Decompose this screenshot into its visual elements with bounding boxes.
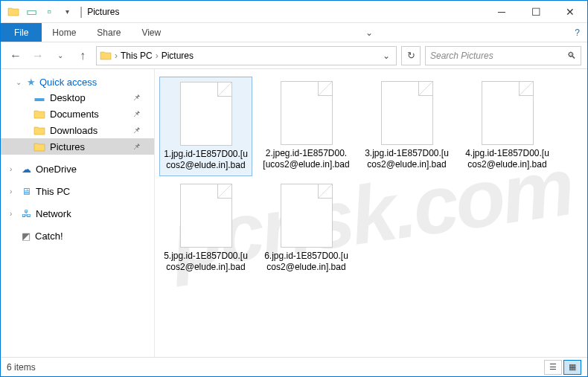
sidebar-quick-access[interactable]: ⌄ ★ Quick access <box>1 75 154 89</box>
minimize-button[interactable]: ─ <box>485 1 519 23</box>
expand-icon[interactable]: › <box>10 210 12 218</box>
file-name: 5.jpg.id-1E857D00.[ucos2@elude.in].bad <box>162 251 249 273</box>
item-count: 6 items <box>7 362 36 373</box>
qat-dropdown-icon[interactable]: ▾ <box>59 4 75 20</box>
back-button[interactable]: ← <box>7 47 25 65</box>
expand-icon[interactable]: › <box>10 165 12 173</box>
breadcrumb-current[interactable]: Pictures <box>162 51 194 61</box>
pin-icon: 📌︎ <box>132 93 141 102</box>
file-item[interactable]: 6.jpg.id-1E857D00.[ucos2@elude.in].bad <box>260 179 353 277</box>
pin-icon: 📌︎ <box>132 126 141 135</box>
window-title: Pictures <box>87 7 119 17</box>
share-tab[interactable]: Share <box>86 23 131 42</box>
sidebar-item-network[interactable]: › 🖧︎ Network <box>1 205 154 222</box>
folder-icon <box>5 4 22 20</box>
file-thumbnail-icon <box>180 82 232 146</box>
navigation-pane: ⌄ ★ Quick access ▬ Desktop 📌︎ Documents … <box>1 69 155 357</box>
file-item[interactable]: 4.jpg.id-1E857D00.[ucos2@elude.in].bad <box>461 77 554 176</box>
address-bar[interactable]: › This PC › Pictures ⌄ <box>96 46 397 65</box>
help-icon[interactable]: ? <box>567 23 587 42</box>
desktop-icon: ▬ <box>33 91 45 103</box>
file-thumbnail-icon <box>281 184 333 248</box>
folder-icon <box>33 124 45 136</box>
address-dropdown-icon[interactable]: ⌄ <box>380 51 393 61</box>
status-bar: 6 items ☰ ▦ <box>1 357 587 376</box>
file-tab[interactable]: File <box>1 23 42 42</box>
sidebar-item-label: Quick access <box>39 77 97 88</box>
search-placeholder: Search Pictures <box>430 51 567 61</box>
sidebar-item-label: Pictures <box>50 141 85 152</box>
file-list[interactable]: pcrisk.com 1.jpg.id-1E857D00.[ucos2@elud… <box>155 69 587 357</box>
sidebar-item-label: Documents <box>50 109 99 120</box>
sidebar-item-onedrive[interactable]: › ☁ OneDrive <box>1 161 154 177</box>
file-name: 6.jpg.id-1E857D00.[ucos2@elude.in].bad <box>263 251 350 273</box>
file-item[interactable]: 5.jpg.id-1E857D00.[ucos2@elude.in].bad <box>159 179 252 277</box>
file-item[interactable]: 3.jpg.id-1E857D00.[ucos2@elude.in].bad <box>360 77 453 176</box>
file-thumbnail-icon <box>281 81 333 145</box>
sidebar-item-documents[interactable]: Documents 📌︎ <box>1 106 154 122</box>
recent-dropdown-icon[interactable]: ⌄ <box>51 47 69 65</box>
breadcrumb-sep-icon: › <box>115 51 118 61</box>
file-name: 4.jpg.id-1E857D00.[ucos2@elude.in].bad <box>464 148 551 170</box>
ribbon-expand-icon[interactable]: ⌄ <box>358 23 380 42</box>
file-name: 2.jpeg.id-1E857D00.[ucos2@elude.in].bad <box>263 148 350 170</box>
folder-icon <box>33 108 45 120</box>
sidebar-item-desktop[interactable]: ▬ Desktop 📌︎ <box>1 89 154 106</box>
qat-newfolder-icon[interactable]: ▫ <box>41 4 57 20</box>
breadcrumb-sep-icon: › <box>156 51 159 61</box>
star-icon: ★ <box>27 77 36 88</box>
sidebar-item-thispc[interactable]: › 🖥︎ This PC <box>1 183 154 199</box>
navigation-bar: ← → ⌄ ↑ › This PC › Pictures ⌄ ↻ Search … <box>1 42 587 69</box>
sidebar-item-label: Network <box>36 208 71 219</box>
title-separator: | <box>80 5 83 19</box>
file-thumbnail-icon <box>482 81 534 145</box>
title-bar: ▭ ▫ ▾ | Pictures ─ ☐ ✕ <box>1 1 587 23</box>
refresh-button[interactable]: ↻ <box>401 46 421 65</box>
pin-icon: 📌︎ <box>132 142 141 151</box>
pc-icon: 🖥︎ <box>22 186 31 197</box>
breadcrumb-root[interactable]: This PC <box>121 51 153 61</box>
file-item[interactable]: 1.jpg.id-1E857D00.[ucos2@elude.in].bad <box>159 77 252 176</box>
close-button[interactable]: ✕ <box>553 1 587 23</box>
cloud-icon: ☁ <box>22 164 31 175</box>
sidebar-item-pictures[interactable]: Pictures 📌︎ <box>1 138 154 155</box>
forward-button[interactable]: → <box>29 47 47 65</box>
catch-icon: ◩ <box>22 231 31 242</box>
network-icon: 🖧︎ <box>22 208 31 219</box>
view-tab[interactable]: View <box>131 23 171 42</box>
details-view-button[interactable]: ☰ <box>544 360 562 375</box>
address-folder-icon <box>100 51 112 60</box>
icons-view-button[interactable]: ▦ <box>563 360 581 375</box>
file-item[interactable]: 2.jpeg.id-1E857D00.[ucos2@elude.in].bad <box>260 77 353 176</box>
maximize-button[interactable]: ☐ <box>519 1 553 23</box>
pin-icon: 📌︎ <box>132 109 141 118</box>
file-thumbnail-icon <box>180 184 232 248</box>
home-tab[interactable]: Home <box>42 23 86 42</box>
search-input[interactable]: Search Pictures 🔍︎ <box>425 46 581 65</box>
search-icon[interactable]: 🔍︎ <box>567 51 576 61</box>
sidebar-item-label: OneDrive <box>36 164 77 175</box>
qat-properties-icon[interactable]: ▭ <box>23 4 39 20</box>
up-button[interactable]: ↑ <box>74 47 92 65</box>
sidebar-item-downloads[interactable]: Downloads 📌︎ <box>1 122 154 138</box>
sidebar-item-label: Catch! <box>35 231 63 242</box>
sidebar-item-label: Desktop <box>50 92 86 103</box>
sidebar-item-label: Downloads <box>50 125 98 136</box>
file-thumbnail-icon <box>381 81 433 145</box>
expand-icon[interactable]: › <box>10 187 12 196</box>
ribbon-tabs: File Home Share View ⌄ ? <box>1 23 587 42</box>
sidebar-item-catch[interactable]: ◩ Catch! <box>1 228 154 244</box>
file-name: 1.jpg.id-1E857D00.[ucos2@elude.in].bad <box>163 149 249 171</box>
expand-icon[interactable]: ⌄ <box>16 78 23 86</box>
sidebar-item-label: This PC <box>36 186 70 197</box>
file-name: 3.jpg.id-1E857D00.[ucos2@elude.in].bad <box>363 148 450 170</box>
folder-icon <box>33 141 45 152</box>
